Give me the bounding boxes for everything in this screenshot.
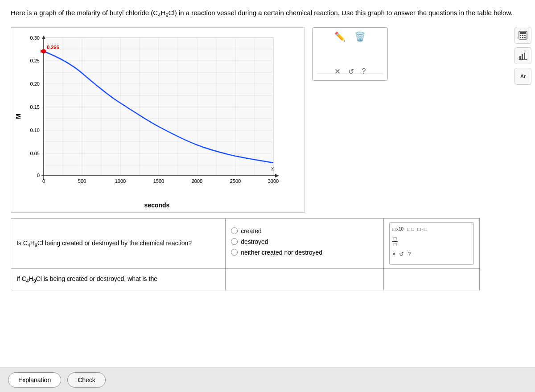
pencil-icon: ✏️ [334,31,346,42]
question-1-text: Is C4H9Cl being created or destroyed by … [16,239,192,247]
graph-container: M [11,27,305,213]
svg-rect-34 [520,37,521,38]
radio-neither[interactable] [231,249,238,256]
svg-rect-31 [520,35,521,36]
math-help-btn[interactable]: ? [407,251,411,257]
x-tick-1500: 1500 [153,178,164,184]
graph-inner: M [15,33,299,200]
question-table: Is C4H9Cl being created or destroyed by … [11,218,480,290]
svg-rect-32 [522,35,523,36]
option-destroyed-label: destroyed [241,238,268,245]
y-tick-0: 0 [37,173,40,178]
question-1-cell: Is C4H9Cl being created or destroyed by … [11,218,226,268]
graph-svg: 0 0.05 0.10 0.15 0.20 0.25 0.30 0 500 10… [24,33,282,198]
x-tick-1000: 1000 [115,178,126,184]
y-axis-label: M [15,114,22,119]
x-tick-500: 500 [78,178,86,184]
sketch-box: ✏️ 🗑️ ✕ ↺ ? [312,27,388,81]
graph-svg-area: 0 0.05 0.10 0.15 0.20 0.25 0.30 0 500 10… [24,33,299,200]
option-created-label: created [241,227,262,235]
content-area: M [11,27,524,213]
intro-text: Here is a graph of the molarity of butyl… [11,8,524,19]
x-tick-2500: 2500 [230,178,241,184]
check-button[interactable]: Check [67,372,106,388]
y-tick-010: 0.10 [30,128,40,133]
radio-created[interactable] [231,227,238,234]
point-value-label: 0.266 [47,45,59,50]
question-2-cell: If C4H9Cl is being created or destroyed,… [11,269,226,290]
fraction-btn[interactable]: □ □ [392,236,398,247]
help-btn[interactable]: ? [362,67,366,75]
y-tick-030: 0.30 [30,35,40,41]
option-neither[interactable]: neither created nor destroyed [231,249,378,256]
svg-rect-38 [522,54,523,59]
explanation-button[interactable]: Explanation [8,372,61,388]
main-container: Here is a graph of the molarity of butyl… [0,0,535,392]
table-container: Is C4H9Cl being created or destroyed by … [11,218,524,290]
calculator-icon-btn[interactable] [514,27,531,44]
option-neither-label: neither created nor destroyed [241,249,322,256]
svg-rect-33 [524,35,526,36]
y-tick-020: 0.20 [30,81,40,87]
svg-rect-37 [519,56,521,59]
sketch-tool-row: ✕ ↺ ? [313,66,387,78]
question-2-text: If C4H9Cl is being created or destroyed,… [16,275,157,282]
ar-icon-btn[interactable]: Ar [514,68,531,85]
svg-rect-39 [524,53,525,59]
x-tick-0: 0 [42,178,45,184]
input-panel: ✏️ 🗑️ ✕ ↺ ? [312,27,392,213]
svg-rect-0 [44,37,273,176]
answer-2-cell [226,269,384,290]
svg-rect-30 [520,32,526,34]
bar-chart-icon-btn[interactable] [514,47,531,64]
math-tools-row-1: □x10 □□ □·□ [392,226,471,232]
bar-chart-icon [518,51,528,61]
undo-btn[interactable]: ↺ [348,67,354,76]
ar-label: Ar [520,74,526,79]
superscript-btn[interactable]: □□ [407,226,414,232]
option-destroyed[interactable]: destroyed [231,238,378,245]
math-tools-row-3: × ↺ ? [392,251,471,257]
x-tick-2000: 2000 [192,178,202,184]
math-close-btn[interactable]: × [392,251,396,257]
radio-destroyed[interactable] [231,238,238,245]
right-sidebar: Ar [514,27,531,85]
y-tick-005: 0.05 [30,151,40,156]
x10-btn[interactable]: □x10 [392,226,403,232]
close-btn[interactable]: ✕ [334,67,340,76]
math-undo-btn[interactable]: ↺ [399,251,404,257]
tools-2-cell [383,269,479,290]
math-tools-row-2: □ □ [392,236,471,247]
end-x-marker: x [271,165,274,172]
x-arrow [275,174,279,177]
svg-rect-36 [524,37,526,38]
math-tools-cell-1: □x10 □□ □·□ [383,218,479,268]
eraser-icon: 🗑️ [354,31,366,42]
option-created[interactable]: created [231,227,378,235]
svg-rect-35 [522,37,523,38]
table-row-2: If C4H9Cl is being created or destroyed,… [11,269,480,290]
multiply-btn[interactable]: □·□ [417,226,427,232]
y-tick-025: 0.25 [30,58,40,63]
footer-bar: Explanation Check [0,367,535,392]
answer-1-cell: created destroyed neither created nor de… [226,218,384,268]
table-row-1: Is C4H9Cl being created or destroyed by … [11,218,480,268]
x-tick-3000: 3000 [268,178,279,184]
math-tools-box-1: □x10 □□ □·□ [389,222,474,265]
y-tick-015: 0.15 [30,104,40,110]
calculator-icon [518,30,528,40]
x-axis-label: seconds [15,202,299,209]
